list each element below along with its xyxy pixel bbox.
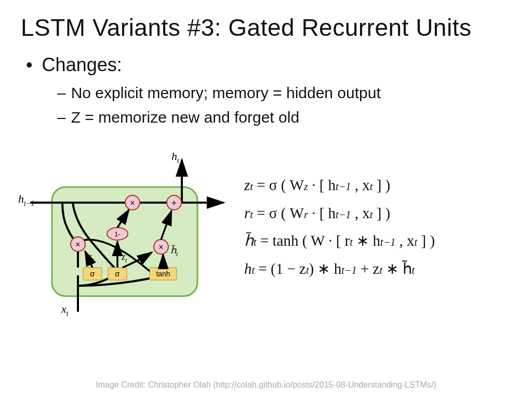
eq-r-lhs: r xyxy=(244,205,250,221)
tanh-label: tanh xyxy=(156,270,170,278)
eq-z-h: · [ h xyxy=(308,177,336,193)
label-hprev-sub: t−1 xyxy=(24,200,34,207)
equations: zt = σ ( Wz · [ ht−1 , xt ] ) rt = σ ( W… xyxy=(244,171,435,283)
bullet-changes: Changes: No explicit memory; memory = hi… xyxy=(26,54,511,129)
label-ht-sub: t xyxy=(177,157,180,165)
label-xt-sub: t xyxy=(66,310,69,317)
label-hprev-h: h xyxy=(18,192,24,205)
eq-ht-final: ht = (1 − zt) ∗ ht−1 + zt ∗ h̃t xyxy=(244,255,435,283)
eq-r-Wsub: r xyxy=(304,209,308,220)
eq-z-close: ] ) xyxy=(373,177,390,193)
eq-h-lhs: h xyxy=(244,260,252,277)
eq-h-hsub: t−1 xyxy=(341,264,356,276)
eq-h-b: ) ∗ h xyxy=(309,260,342,277)
eq-h-a: = (1 − z xyxy=(255,260,306,277)
node-one-minus-label: 1- xyxy=(114,230,121,238)
node-mult-h-sym: × xyxy=(130,198,135,207)
node-plus-sym: + xyxy=(171,198,177,208)
eq-zt: zt = σ ( Wz · [ ht−1 , xt ] ) xyxy=(244,171,435,200)
eq-r-sigW: = σ ( W xyxy=(253,205,304,221)
eq-h-d: ∗ h̃ xyxy=(382,260,412,277)
gru-diagram: × σ σ tanh 1- × xyxy=(16,151,234,317)
label-zt-z: z xyxy=(121,251,125,262)
eq-ht-close: ] ) xyxy=(417,232,435,249)
slide-title: LSTM Variants #3: Gated Recurrent Units xyxy=(21,14,511,42)
sub-bullet-2-text: Z = memorize new and forget old xyxy=(71,109,299,126)
eq-htilde: h̃t = tanh ( W · [ rt ∗ ht−1 , xt ] ) xyxy=(244,227,435,255)
node-mult-r-sym: × xyxy=(75,240,80,249)
eq-r-hsub: t−1 xyxy=(336,209,351,220)
sigma-r-label: σ xyxy=(90,269,95,278)
eq-z-sigW: = σ ( W xyxy=(253,177,304,193)
eq-z-Wsub: z xyxy=(304,181,308,192)
sub-bullet-1: No explicit memory; memory = hidden outp… xyxy=(57,81,511,105)
eq-ht-hsub: t−1 xyxy=(380,236,395,248)
eq-z-x: , x xyxy=(351,177,370,193)
label-ht: ht xyxy=(171,151,180,165)
eq-h-htsub: t xyxy=(412,264,415,276)
label-hprev: ht−1 xyxy=(18,192,34,207)
label-xt-x: x xyxy=(61,302,66,315)
label-xt: xt xyxy=(61,302,69,317)
eq-ht-x: , x xyxy=(395,232,414,249)
bullet-changes-text: Changes: xyxy=(42,54,122,75)
eq-ht-h: ∗ h xyxy=(353,232,380,249)
eq-rt: rt = σ ( Wr · [ ht−1 , xt ] ) xyxy=(244,200,435,228)
image-credit: Image Credit: Christopher Olah (http://c… xyxy=(0,380,532,390)
sub-bullet-2: Z = memorize new and forget old xyxy=(57,105,511,130)
sub-bullet-1-text: No explicit memory; memory = hidden outp… xyxy=(71,84,381,101)
label-ht-h: h xyxy=(171,151,177,163)
eq-z-hsub: t−1 xyxy=(336,181,351,192)
eq-ht-lhs: h̃ xyxy=(244,232,254,249)
sigma-z-label: σ xyxy=(115,269,120,278)
eq-r-close: ] ) xyxy=(373,205,390,221)
eq-z-lhs: z xyxy=(244,177,250,193)
eq-r-h: · [ h xyxy=(308,205,336,221)
eq-ht-tanh: = tanh ( W · [ r xyxy=(257,232,350,249)
eq-r-x: , x xyxy=(351,205,370,221)
eq-h-c: + z xyxy=(357,260,380,277)
node-mult-htilde-sym: × xyxy=(158,243,163,251)
